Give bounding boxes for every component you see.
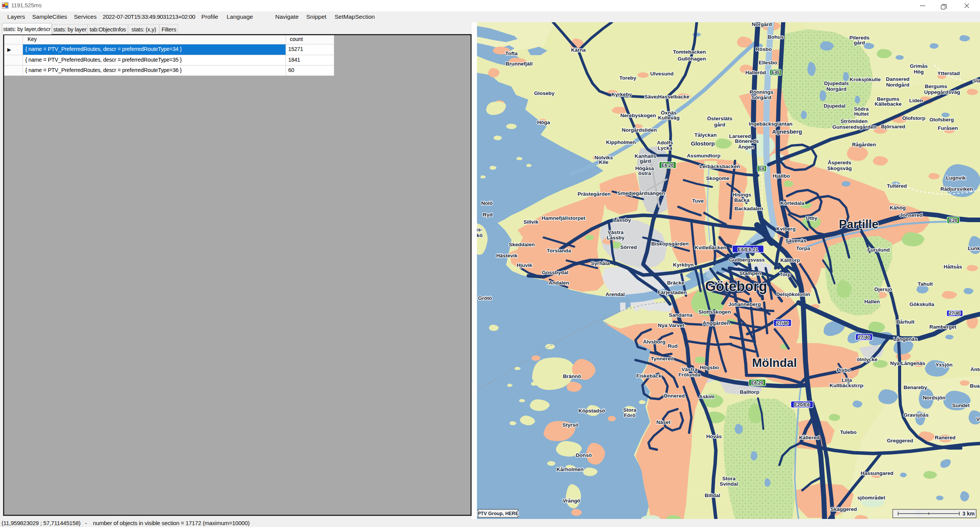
svg-text:Ängen: Ängen [738, 144, 754, 150]
svg-text:Lycka: Lycka [658, 145, 672, 151]
svg-text:Askim: Askim [699, 394, 715, 399]
svg-text:Gökskulla: Gökskulla [910, 301, 934, 307]
svg-text:Stora: Stora [722, 476, 736, 481]
svg-text:Strömliden: Strömliden [841, 118, 868, 124]
svg-text:Biskopsgården: Biskopsgården [651, 241, 689, 247]
svg-text:Göteborg: Göteborg [705, 278, 767, 294]
svg-text:Yxsjön: Yxsjön [936, 362, 952, 368]
svg-text:Utby: Utby [806, 215, 817, 221]
svg-text:Kortedala: Kortedala [781, 200, 805, 206]
svg-text:Kroksjökulle: Kroksjökulle [849, 77, 881, 82]
svg-text:hus-: hus- [477, 227, 482, 232]
svg-text:Västra: Västra [608, 229, 624, 235]
svg-text:Torpa: Torpa [796, 245, 810, 251]
svg-text:Rösbo: Rösbo [756, 46, 772, 52]
svg-text:Bönereds: Bönereds [735, 138, 759, 144]
svg-text:Åspereds: Åspereds [828, 160, 851, 165]
svg-text:Bergums: Bergums [925, 83, 947, 89]
svg-text:Tuve: Tuve [692, 198, 704, 204]
svg-text:Ranered: Ranered [935, 435, 956, 440]
svg-text:Olofstorp: Olofstorp [902, 115, 926, 121]
svg-text:Tultered: Tultered [887, 183, 907, 189]
svg-text:Källtorp: Källtorp [780, 257, 800, 263]
svg-text:Slottsskogen: Slottsskogen [699, 309, 731, 315]
svg-text:Agnesberg: Agnesberg [772, 128, 802, 135]
svg-text:Sandarna: Sandarna [669, 312, 693, 318]
svg-text:Håltsås: Håltsås [944, 264, 962, 270]
svg-text:Fiskebäck: Fiskebäck [636, 373, 662, 379]
svg-text:östra: östra [638, 170, 651, 176]
svg-text:Rådjursviken: Rådjursviken [941, 186, 973, 192]
svg-text:Rud: Rud [668, 343, 678, 349]
svg-text:Rågården: Rågården [852, 142, 876, 147]
svg-text:Lunk: Lunk [968, 245, 980, 251]
svg-text:Torp: Torp [780, 272, 791, 277]
svg-text:Gunseredsgården: Gunseredsgården [832, 124, 877, 130]
svg-text:örkö: örkö [477, 232, 483, 238]
svg-text:Nolö: Nolö [481, 200, 493, 206]
svg-text:Sävenäs: Sävenäs [786, 238, 807, 244]
svg-text:Hassungared: Hassungared [861, 470, 893, 476]
svg-text:Norgårdsliden: Norgårdsliden [622, 127, 657, 133]
svg-text:Arendal: Arendal [606, 291, 625, 297]
svg-text:Hallen: Hallen [864, 299, 880, 304]
svg-text:Delsjökolonin: Delsjökolonin [776, 291, 810, 297]
svg-text:PTV Group, HERE: PTV Group, HERE [478, 511, 519, 516]
svg-text:Backadalen: Backadalen [734, 206, 763, 211]
svg-text:Halleröd: Halleröd [745, 70, 766, 75]
svg-text:Höga: Höga [537, 119, 550, 125]
svg-text:Adolfs: Adolfs [657, 140, 673, 146]
svg-text:Öjersjö: Öjersjö [874, 286, 892, 292]
svg-text:Ytterstad: Ytterstad [938, 70, 960, 76]
svg-text:27/40: 27/40 [858, 335, 870, 340]
svg-text:Glostorp: Glostorp [691, 140, 715, 147]
svg-text:Sörred: Sörred [620, 244, 637, 250]
svg-text:Vr: Vr [976, 416, 980, 422]
svg-text:Hultet: Hultet [854, 111, 869, 117]
svg-text:3 km: 3 km [962, 511, 975, 517]
svg-text:Nordsjön: Nordsjön [923, 395, 945, 401]
svg-text:Smedjegårdsängen: Smedjegårdsängen [617, 190, 665, 196]
svg-text:Skäggered: Skäggered [830, 506, 857, 512]
svg-text:Dansered: Dansered [886, 76, 910, 82]
svg-text:Kärna: Kärna [571, 47, 586, 53]
svg-text:Änggården: Änggården [702, 320, 730, 326]
svg-text:E6.20: E6.20 [662, 163, 674, 168]
svg-text:Tofta: Tofta [505, 51, 518, 56]
svg-text:Uppegårdsväg: Uppegårdsväg [924, 89, 960, 95]
svg-text:Grötö: Grötö [478, 295, 492, 301]
svg-text:Toreby: Toreby [619, 75, 636, 81]
svg-text:Tynnered: Tynnered [651, 356, 674, 362]
svg-text:Norgård: Norgård [752, 22, 772, 27]
svg-text:Köpstadsö: Köpstadsö [578, 408, 605, 414]
svg-text:Skeddalen: Skeddalen [509, 242, 535, 247]
svg-text:Mölndal: Mölndal [752, 356, 797, 370]
svg-text:Djupedals: Djupedals [824, 80, 849, 86]
svg-text:Donsö: Donsö [576, 452, 592, 458]
svg-text:Kållered: Kållered [799, 435, 819, 440]
svg-text:Stan: Stan [973, 78, 980, 83]
svg-text:Hisings: Hisings [733, 192, 751, 198]
svg-text:ölnlycke: ölnlycke [857, 357, 878, 362]
svg-text:Östersläts: Östersläts [707, 116, 732, 121]
svg-text:Svindal: Svindal [720, 481, 738, 487]
svg-text:Sillvik: Sillvik [523, 219, 539, 225]
svg-text:Frölunda: Frölunda [678, 372, 701, 378]
svg-text:Älvsborg: Älvsborg [643, 339, 666, 345]
svg-text:Tomtebacken: Tomtebacken [673, 49, 706, 55]
svg-text:Vrångö: Vrångö [563, 498, 580, 504]
svg-text:Backa: Backa [734, 197, 750, 203]
svg-text:Ulvesund: Ulvesund [650, 71, 674, 77]
svg-text:Kyrkeby: Kyrkeby [611, 92, 632, 97]
svg-text:sjöområdet: sjöområdet [858, 495, 885, 501]
svg-text:Sörgård: Sörgård [751, 95, 771, 100]
svg-text:Billdal: Billdal [705, 493, 720, 498]
svg-text:E6/E6.21: E6/E6.21 [738, 247, 758, 252]
svg-text:Andalen: Andalen [549, 280, 569, 286]
svg-text:Kulleväg: Kulleväg [658, 115, 679, 121]
svg-text:Hovås: Hovås [706, 434, 722, 439]
svg-text:Partille: Partille [839, 218, 878, 231]
svg-text:Gullöhagen: Gullöhagen [678, 56, 706, 62]
svg-text:Kvillebäcken: Kvillebäcken [695, 245, 727, 250]
svg-text:Greggered: Greggered [887, 438, 913, 444]
